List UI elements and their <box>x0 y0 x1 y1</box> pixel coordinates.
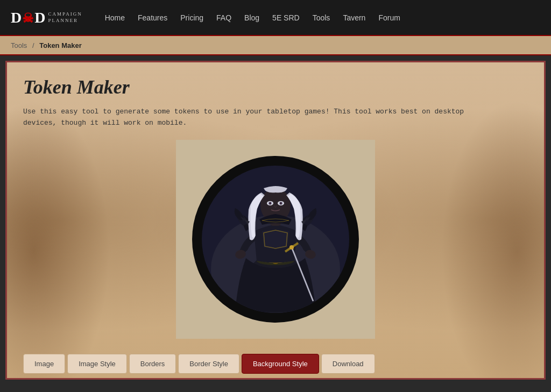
nav-blog[interactable]: Blog <box>238 9 266 26</box>
tab-image[interactable]: Image <box>23 354 65 374</box>
token-container[interactable] <box>176 140 375 339</box>
logo-dnd: D☠D <box>11 9 45 26</box>
nav-features[interactable]: Features <box>131 9 174 26</box>
nav-tavern[interactable]: Tavern <box>336 9 372 26</box>
nav-pricing[interactable]: Pricing <box>174 9 210 26</box>
nav-5esrd[interactable]: 5E SRD <box>266 9 306 26</box>
tab-borders[interactable]: Borders <box>129 354 176 374</box>
nav-home[interactable]: Home <box>98 9 131 26</box>
page-title: Token Maker <box>23 76 528 98</box>
tabs-bar: Image Image Style Borders Border Style B… <box>23 350 528 378</box>
tab-border-style[interactable]: Border Style <box>178 354 239 374</box>
breadcrumb: Tools / Token Maker <box>0 36 551 55</box>
nav-tools[interactable]: Tools <box>306 9 337 26</box>
token-canvas-area <box>23 140 528 339</box>
tab-image-style[interactable]: Image Style <box>67 354 127 374</box>
svg-point-10 <box>289 245 294 250</box>
tab-background-style[interactable]: Background Style <box>242 354 319 374</box>
breadcrumb-separator: / <box>32 41 34 49</box>
breadcrumb-current: Token Maker <box>39 41 82 49</box>
nav-forum[interactable]: Forum <box>372 9 406 26</box>
character-image <box>206 161 345 317</box>
page-description: Use this easy tool to generate some toke… <box>23 106 486 129</box>
breadcrumb-parent[interactable]: Tools <box>11 41 27 49</box>
svg-point-18 <box>280 202 282 204</box>
token-circle <box>192 156 359 323</box>
logo[interactable]: D☠D CAMPAIGN PLANNER <box>11 9 82 26</box>
navbar: D☠D CAMPAIGN PLANNER Home Features Prici… <box>0 0 551 36</box>
logo-subtitle: CAMPAIGN PLANNER <box>48 11 82 24</box>
tab-download[interactable]: Download <box>321 354 375 374</box>
nav-faq[interactable]: FAQ <box>210 9 238 26</box>
nav-links: Home Features Pricing FAQ Blog 5E SRD To… <box>98 9 407 26</box>
main-content: Token Maker Use this easy tool to genera… <box>5 61 546 380</box>
svg-point-17 <box>269 202 271 204</box>
